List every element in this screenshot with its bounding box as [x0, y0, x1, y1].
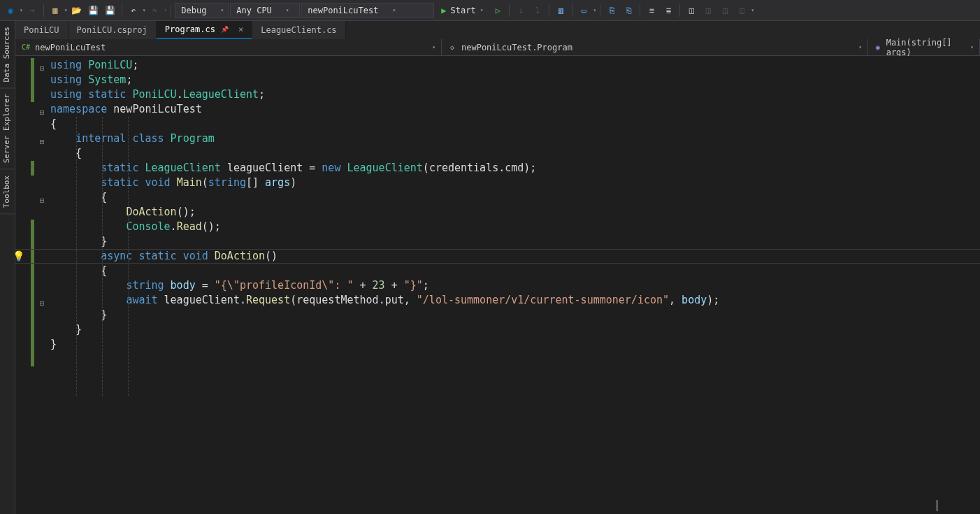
code-line[interactable]: internal class Program — [50, 131, 980, 146]
code-line[interactable]: using static PoniLCU.LeagueClient; — [50, 87, 980, 102]
nav-member[interactable]: ◉ Main(string[] args)▾ — [868, 39, 980, 55]
code-editor[interactable]: 💡⊟⊟⊟⊟⊟ using PoniLCU;using System;using … — [15, 56, 980, 514]
bookmark-next-icon: ◫ — [717, 3, 733, 18]
project-dropdown[interactable]: newPoniLcuTest▾ — [301, 3, 434, 18]
side-tab-datasources[interactable]: Data Sources — [0, 21, 15, 88]
platform-dropdown[interactable]: Any CPU▾ — [230, 3, 300, 18]
code-line[interactable]: await leagueClient.Request(requestMethod… — [50, 293, 980, 308]
new-project-icon[interactable]: ▦ — [48, 3, 63, 18]
step-icon: ↓ — [513, 3, 528, 18]
bookmark-prev-icon: ◫ — [700, 3, 716, 18]
code-line[interactable]: using System; — [50, 73, 980, 87]
code-line[interactable]: DoAction(); — [50, 205, 980, 220]
method-icon: ◉ — [874, 43, 882, 52]
lightbulb-icon[interactable]: 💡 — [15, 249, 24, 264]
nav-back-icon[interactable]: ◉ — [3, 3, 18, 18]
layout-icon[interactable]: ▥ — [553, 3, 568, 18]
code-line[interactable]: namespace newPoniLcuTest — [50, 102, 980, 117]
project-label: newPoniLcuTest — [308, 6, 378, 15]
pin-icon[interactable]: 📌 — [221, 26, 229, 33]
start-button[interactable]: ▶ Start ▾ — [435, 3, 489, 18]
tab-program[interactable]: Program.cs📌 — [157, 21, 252, 39]
code-line[interactable]: { — [50, 117, 980, 131]
config-dropdown[interactable]: Debug▾ — [175, 3, 229, 18]
config-label: Debug — [181, 6, 206, 15]
save-icon[interactable]: 💾 — [86, 3, 101, 18]
start-label: Start — [451, 6, 476, 15]
open-file-icon[interactable]: 📂 — [69, 3, 85, 18]
code-line[interactable]: async static void DoAction() — [50, 249, 980, 264]
bookmark-icon[interactable]: ◫ — [684, 3, 699, 18]
indent-icon[interactable]: ≡ — [644, 3, 659, 18]
redo-icon: ↷ — [147, 3, 162, 18]
outdent-icon[interactable]: ≣ — [661, 3, 676, 18]
code-line[interactable]: } — [50, 337, 980, 352]
step-over-icon: ⤵ — [530, 3, 545, 18]
platform-label: Any CPU — [236, 6, 272, 15]
side-panel-container: Data Sources Server Explorer Toolbox — [0, 21, 15, 514]
code-line[interactable]: Console.Read(); — [50, 220, 980, 234]
bookmark-clear-icon: ◫ — [734, 3, 749, 18]
class-icon: ◇ — [447, 43, 457, 52]
side-tab-toolbox[interactable]: Toolbox — [0, 170, 15, 214]
code-line[interactable]: { — [50, 146, 980, 161]
fold-toggle-icon[interactable]: ⊟ — [38, 296, 46, 310]
code-line[interactable]: static void Main(string[] args) — [50, 176, 980, 190]
nav-class[interactable]: ◇ newPoniLcuTest.Program▾ — [442, 39, 868, 55]
tab-ponilcu[interactable]: PoniLCU — [15, 21, 69, 39]
nav-bar: C# newPoniLcuTest▾ ◇ newPoniLcuTest.Prog… — [15, 39, 980, 56]
nav-scope[interactable]: C# newPoniLcuTest▾ — [15, 39, 442, 55]
window-icon[interactable]: ▭ — [576, 3, 591, 18]
code-line[interactable]: using PoniLCU; — [50, 58, 980, 73]
csharp-icon: C# — [21, 43, 31, 52]
document-tabs: PoniLCU PoniLCU.csproj Program.cs📌 Leagu… — [0, 21, 980, 39]
code-line[interactable]: { — [50, 264, 980, 278]
main-toolbar: ◉ ▾ → ▦ ▾ 📂 💾 💾 ↶ ▾ ↷ ▾ Debug▾ Any CPU▾ … — [0, 0, 980, 21]
comment-icon[interactable]: ⎘ — [604, 3, 619, 18]
nav-forward-icon: → — [24, 3, 40, 18]
fold-toggle-icon[interactable]: ⊟ — [38, 134, 46, 149]
code-line[interactable]: } — [50, 322, 980, 337]
code-line[interactable]: } — [50, 308, 980, 322]
uncomment-icon[interactable]: ⎗ — [621, 3, 636, 18]
play-icon: ▶ — [441, 6, 446, 15]
text-caret — [937, 500, 937, 511]
fold-toggle-icon[interactable]: ⊟ — [38, 105, 46, 120]
tab-leagueclient[interactable]: LeagueClient.cs — [252, 21, 345, 39]
code-line[interactable]: } — [50, 234, 980, 249]
code-line[interactable]: { — [50, 190, 980, 205]
start-nodebug-icon[interactable]: ▷ — [490, 3, 505, 18]
side-tab-serverexplorer[interactable]: Server Explorer — [0, 88, 15, 169]
code-line[interactable]: string body = "{\"profileIconId\": " + 2… — [50, 278, 980, 293]
fold-toggle-icon[interactable]: ⊟ — [38, 61, 46, 76]
save-all-icon[interactable]: 💾 — [103, 3, 118, 18]
undo-icon[interactable]: ↶ — [126, 3, 141, 18]
fold-toggle-icon[interactable]: ⊟ — [38, 193, 46, 208]
code-line[interactable]: static LeagueClient leagueClient = new L… — [50, 161, 980, 176]
tab-csproj[interactable]: PoniLCU.csproj — [69, 21, 157, 39]
